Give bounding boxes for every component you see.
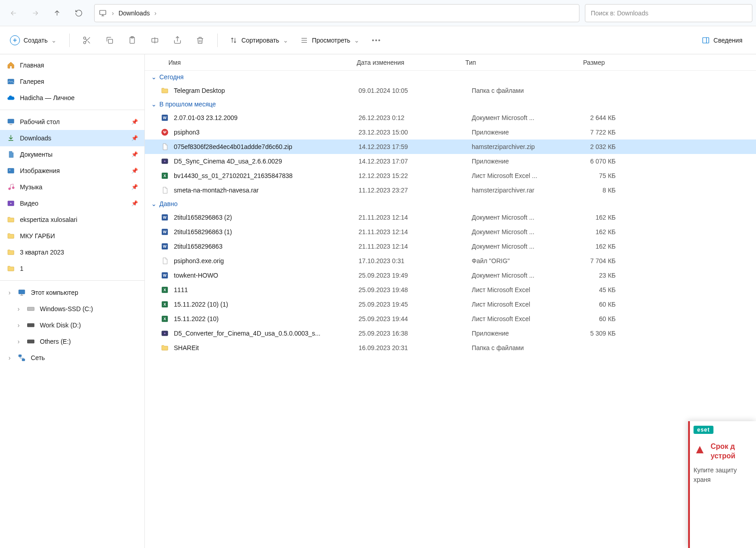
column-header-date[interactable]: Дата изменения <box>357 59 465 66</box>
delete-button[interactable] <box>190 31 210 49</box>
details-button[interactable]: Сведения <box>697 34 747 47</box>
file-row[interactable]: psiphon3.exe.orig17.10.2023 0:31Файл "OR… <box>145 254 756 268</box>
svg-point-1 <box>84 37 86 39</box>
column-header-type[interactable]: Тип <box>465 59 553 66</box>
sidebar-item-quick[interactable]: 3 квартал 2023 <box>0 244 144 260</box>
column-header-name[interactable]: Имя <box>168 59 357 66</box>
file-row[interactable]: smeta-na-montazh-navesa.rar11.12.2023 23… <box>145 183 756 197</box>
chevron-down-icon: ⌄ <box>151 200 157 207</box>
share-icon <box>173 36 182 45</box>
rename-button[interactable] <box>145 31 165 49</box>
sidebar-item-quick[interactable]: ekspertiza xulosalari <box>0 212 144 228</box>
file-type: Лист Microsoft Excel ... <box>472 172 560 179</box>
pin-icon: 📌 <box>131 119 138 125</box>
cloud-icon <box>6 93 15 102</box>
svg-rect-18 <box>28 340 34 343</box>
paste-button[interactable] <box>122 31 142 49</box>
sidebar-item-home[interactable]: Главная <box>0 57 144 73</box>
breadcrumb-segment[interactable]: Downloads <box>119 10 150 17</box>
file-type: Лист Microsoft Excel <box>472 301 560 308</box>
sidebar-item-network[interactable]: › Сеть <box>0 350 144 366</box>
file-row[interactable]: Telegram Desktop09.01.2024 10:05Папка с … <box>145 83 756 98</box>
refresh-button[interactable] <box>69 4 89 22</box>
file-name: D5_Sync_Cinema 4D_usa_2.6.6.0029 <box>174 158 354 165</box>
file-name: towkent-HOWO <box>174 272 354 279</box>
share-button[interactable] <box>167 31 187 49</box>
sidebar-item-onedrive[interactable]: Hadicha — Личное <box>0 90 144 106</box>
file-row[interactable]: SHAREit16.09.2023 20:31Папка с файлами <box>145 341 756 355</box>
sidebar-item-drive[interactable]: ›Work Disk (D:) <box>0 317 144 333</box>
file-row[interactable]: W2titul1658296863 (2)21.11.2023 12:14Док… <box>145 210 756 225</box>
sidebar-item-quick[interactable]: Рабочий стол📌 <box>0 114 144 130</box>
file-type-icon <box>160 186 169 195</box>
group-header[interactable]: ⌄В прошлом месяце <box>145 98 756 111</box>
svg-point-26 <box>164 160 166 163</box>
more-button[interactable]: ••• <box>367 31 387 49</box>
sidebar-item-drive[interactable]: ›Windows-SSD (C:) <box>0 301 144 317</box>
file-row[interactable]: W2titul1658296863 (1)21.11.2023 12:14Док… <box>145 225 756 239</box>
column-header-size[interactable]: Размер <box>553 59 609 66</box>
svg-text:X: X <box>163 303 166 307</box>
new-button[interactable]: + Создать ⌄ <box>5 33 62 48</box>
sidebar-item-quick[interactable]: МКУ ГАРБИ <box>0 228 144 244</box>
file-row[interactable]: X15.11.2022 (10)25.09.2023 19:44Лист Mic… <box>145 312 756 326</box>
sidebar-item-quick[interactable]: Изображения📌 <box>0 163 144 179</box>
svg-rect-9 <box>8 119 14 123</box>
file-type-icon: X <box>160 314 169 323</box>
file-size: 2 644 КБ <box>564 114 620 121</box>
sidebar-item-quick[interactable]: Музыка📌 <box>0 179 144 195</box>
file-row[interactable]: D5_Sync_Cinema 4D_usa_2.6.6.002914.12.20… <box>145 154 756 168</box>
details-label: Сведения <box>713 37 742 44</box>
file-type-icon: W <box>160 213 169 222</box>
file-type: Документ Microsoft ... <box>472 114 560 121</box>
sidebar-item-label: Рабочий стол <box>20 118 60 125</box>
file-row[interactable]: D5_Converter_for_Cinema_4D_usa_0.5.0.000… <box>145 326 756 341</box>
file-row[interactable]: Wtowkent-HOWO25.09.2023 19:49Документ Mi… <box>145 268 756 283</box>
folder-icon <box>6 248 15 257</box>
sidebar-item-drive[interactable]: ›Others (E:) <box>0 333 144 350</box>
sidebar-item-quick[interactable]: Видео📌 <box>0 195 144 212</box>
svg-text:W: W <box>163 245 167 249</box>
file-name: 2titul1658296863 <box>174 243 354 250</box>
file-row[interactable]: X111125.09.2023 19:48Лист Microsoft Exce… <box>145 283 756 297</box>
file-date: 17.10.2023 0:31 <box>359 257 467 264</box>
file-name: D5_Converter_for_Cinema_4D_usa_0.5.0.000… <box>174 330 354 337</box>
copy-button[interactable] <box>100 31 120 49</box>
file-row[interactable]: W2titul165829686321.11.2023 12:14Докумен… <box>145 239 756 254</box>
group-header[interactable]: ⌄Давно <box>145 197 756 210</box>
back-button[interactable] <box>4 4 24 22</box>
cut-button[interactable] <box>77 31 97 49</box>
file-row[interactable]: 075ef8306f28ed4ec4b01addde7d6c60.zip14.1… <box>145 139 756 154</box>
file-type-icon: Ψ <box>160 128 169 137</box>
svg-text:W: W <box>163 116 167 120</box>
svg-point-12 <box>9 188 11 190</box>
up-button[interactable] <box>47 4 67 22</box>
view-button[interactable]: Просмотреть ⌄ <box>296 34 364 47</box>
sidebar-item-quick[interactable]: Downloads📌 <box>0 130 144 146</box>
eset-title-line: устрой <box>711 452 736 461</box>
navigation-pane: Главная Галерея Hadicha — Личное Рабочий… <box>0 54 145 548</box>
sidebar-item-quick[interactable]: Документы📌 <box>0 146 144 163</box>
search-input[interactable]: Поиск в: Downloads <box>585 4 752 22</box>
music-icon <box>6 183 15 192</box>
file-row[interactable]: W2.07.01-03 23.12.200926.12.2023 0:12Док… <box>145 111 756 125</box>
sidebar-item-thispc[interactable]: › Этот компьютер <box>0 284 144 301</box>
sidebar-item-quick[interactable]: 1 <box>0 260 144 277</box>
breadcrumb[interactable]: › Downloads › <box>94 4 579 22</box>
separator <box>217 34 218 47</box>
eset-notification[interactable]: eset ▲ Срок д устрой Купите защиту храня <box>688 421 756 548</box>
file-row[interactable]: Ψpsiphon323.12.2023 15:00Приложение7 722… <box>145 125 756 139</box>
sidebar-item-label: Work Disk (D:) <box>40 322 81 329</box>
group-header[interactable]: ⌄Сегодня <box>145 71 756 83</box>
svg-rect-16 <box>28 307 34 311</box>
sidebar-item-gallery[interactable]: Галерея <box>0 73 144 90</box>
eset-body: Купите защиту храня <box>694 466 752 485</box>
svg-rect-10 <box>8 168 14 173</box>
file-row[interactable]: X15.11.2022 (10) (1)25.09.2023 19:45Лист… <box>145 297 756 312</box>
forward-button[interactable] <box>25 4 45 22</box>
pin-icon: 📌 <box>131 151 138 158</box>
svg-point-44 <box>164 332 166 335</box>
file-row[interactable]: Xbv14430_ss_01_27102021_2163584783812.12… <box>145 168 756 183</box>
svg-rect-3 <box>109 39 113 43</box>
sort-button[interactable]: Сортировать ⌄ <box>225 34 293 47</box>
